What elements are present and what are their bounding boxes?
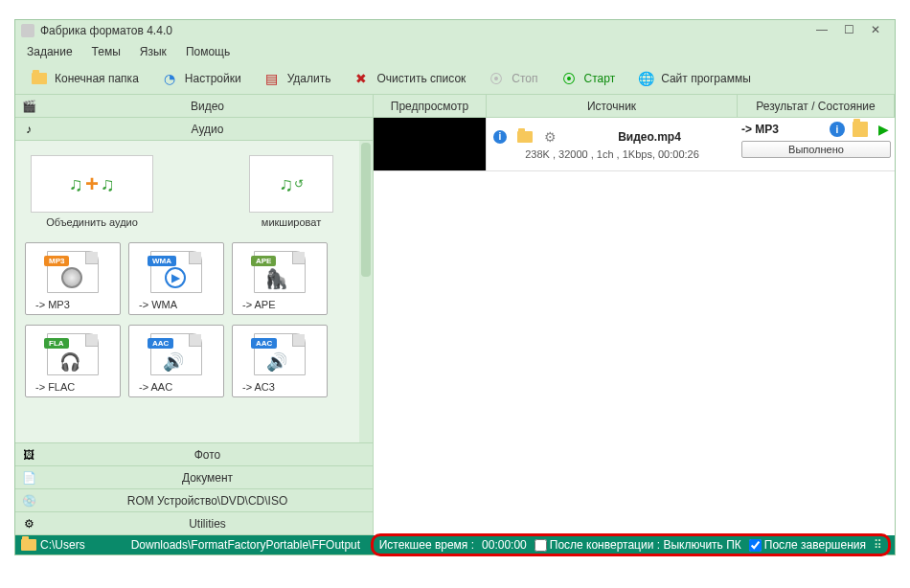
aac-badge-icon: AAC [148, 338, 173, 349]
shutdown-checkbox-input[interactable] [535, 539, 547, 552]
stop-button[interactable]: ⦿ Стоп [478, 66, 546, 91]
join-audio-icon: ♫+♫ [31, 155, 153, 213]
file-name: Видео.mp4 [567, 130, 732, 144]
category-document-label: Документ [42, 471, 373, 485]
elapsed-label: Истекшее время : [379, 538, 474, 552]
delete-label: Удалить [287, 72, 331, 85]
post-action-highlight: Истекшее время : 00:00:00 После конверта… [371, 533, 891, 556]
audio-icon: ♪ [19, 121, 38, 138]
category-utilities-label: Utilities [42, 517, 373, 531]
after-done-label: После завершения [764, 538, 866, 552]
col-preview[interactable]: Предпросмотр [374, 95, 487, 117]
category-rom[interactable]: 💿 ROM Устройство\DVD\CD\ISO [15, 489, 373, 512]
minimize-button[interactable]: — [808, 22, 835, 39]
delete-icon: ▤ [262, 69, 282, 88]
format-aac[interactable]: AAC🔊 -> AAC [128, 325, 224, 397]
after-done-checkbox-input[interactable] [749, 539, 762, 552]
ape-badge-icon: APE [251, 256, 276, 266]
preview-thumbnail[interactable] [374, 118, 487, 170]
start-button[interactable]: ⦿ Старт [551, 66, 625, 91]
status-button[interactable]: Выполнено [741, 141, 891, 158]
menu-bar: Задание Темы Язык Помощь [15, 41, 895, 62]
format-ac3[interactable]: AAC🔊 -> AC3 [232, 325, 328, 397]
col-source[interactable]: Источник [487, 95, 738, 117]
audio-grid: ♫+♫ Объединить аудио ♫↺ микшироват MP3 -… [15, 141, 373, 443]
close-button[interactable]: ✕ [862, 22, 889, 39]
file-list-panel: Предпросмотр Источник Результат / Состоя… [374, 95, 895, 535]
audio-join-label: Объединить аудио [30, 216, 154, 228]
output-folder-button[interactable]: Конечная папка [21, 66, 148, 91]
format-mp3-label: -> MP3 [30, 299, 116, 310]
category-photo[interactable]: 🖼 Фото [15, 443, 373, 466]
stop-icon: ⦿ [487, 69, 506, 88]
settings-button[interactable]: ◔ Настройки [151, 66, 250, 91]
menu-language[interactable]: Язык [132, 43, 174, 60]
format-flac-label: -> FLAC [30, 381, 116, 393]
settings-label: Настройки [185, 72, 241, 85]
format-ape[interactable]: APE🦍 -> APE [232, 242, 328, 315]
main-area: 🎬 Видео ♪ Аудио ♫+♫ Объединить аудио [15, 95, 895, 535]
folder-icon [30, 69, 49, 88]
mp3-badge-icon: MP3 [44, 256, 69, 266]
audio-join-button[interactable]: ♫+♫ Объединить аудио [25, 150, 159, 233]
result-info-icon[interactable]: i [830, 122, 845, 137]
open-folder-icon[interactable] [517, 129, 533, 145]
after-done-checkbox[interactable]: После завершения [749, 538, 866, 552]
clear-list-label: Очистить список [376, 72, 466, 85]
utilities-icon: ⚙ [19, 515, 38, 532]
result-format: -> MP3 [741, 123, 779, 136]
file-row[interactable]: i ⚙ Видео.mp4 238K , 32000 , 1ch , 1Kbps… [374, 118, 895, 171]
audio-mix-label: микшироват [248, 216, 334, 228]
category-utilities[interactable]: ⚙ Utilities [15, 512, 373, 535]
app-icon [21, 24, 34, 37]
clear-list-button[interactable]: ✖ Очистить список [343, 66, 474, 91]
ac3-badge-icon: AAC [251, 338, 277, 349]
result-folder-icon[interactable] [853, 122, 868, 137]
website-button[interactable]: 🌐 Сайт программы [627, 66, 760, 91]
format-ac3-label: -> AC3 [237, 381, 323, 393]
format-wma[interactable]: WMA▶ -> WMA [128, 242, 224, 315]
format-flac[interactable]: FLA🎧 -> FLAC [25, 325, 121, 397]
after-conversion-checkbox[interactable]: После конвертации : Выключить ПК [535, 538, 741, 552]
menu-help[interactable]: Помощь [178, 43, 238, 60]
category-audio[interactable]: ♪ Аудио [15, 118, 373, 141]
delete-button[interactable]: ▤ Удалить [254, 66, 340, 91]
category-rom-label: ROM Устройство\DVD\CD\ISO [42, 494, 373, 508]
menu-task[interactable]: Задание [19, 43, 80, 60]
category-photo-label: Фото [42, 448, 373, 462]
gear-icon[interactable]: ⚙ [542, 129, 557, 145]
scrollbar-thumb[interactable] [361, 143, 371, 277]
globe-icon: 🌐 [636, 69, 655, 88]
format-mp3[interactable]: MP3 -> MP3 [25, 242, 121, 315]
status-bar: C:\Users Downloads\FormatFactoryPortable… [15, 535, 895, 554]
category-audio-label: Аудио [42, 123, 373, 136]
vertical-scrollbar[interactable] [359, 141, 373, 442]
output-folder-label: Конечная папка [55, 72, 139, 85]
result-play-icon[interactable]: ▶ [876, 122, 891, 137]
category-video[interactable]: 🎬 Видео [15, 95, 373, 118]
stop-label: Стоп [512, 72, 537, 85]
format-wma-label: -> WMA [133, 299, 219, 310]
category-document[interactable]: 📄 Документ [15, 466, 373, 489]
after-conversion-label: После конвертации : Выключить ПК [550, 538, 741, 552]
settings-icon: ◔ [160, 69, 179, 88]
category-panel: 🎬 Видео ♪ Аудио ♫+♫ Объединить аудио [15, 95, 374, 535]
website-label: Сайт программы [661, 72, 751, 85]
elapsed-value: 00:00:00 [482, 538, 527, 552]
photo-icon: 🖼 [19, 446, 38, 464]
audio-mix-button[interactable]: ♫↺ микшироват [243, 150, 339, 233]
file-info: 238K , 32000 , 1ch , 1Kbps, 00:00:26 [492, 148, 732, 160]
toolbar: Конечная папка ◔ Настройки ▤ Удалить ✖ О… [15, 62, 895, 95]
window-title: Фабрика форматов 4.4.0 [40, 24, 808, 37]
wma-badge-icon: WMA [148, 256, 176, 266]
flac-badge-icon: FLA [44, 338, 69, 349]
path-suffix: Downloads\FormatFactoryPortable\FFOutput [131, 538, 360, 552]
menu-themes[interactable]: Темы [84, 43, 128, 60]
path-prefix: C:\Users [40, 538, 85, 552]
title-bar: Фабрика форматов 4.4.0 — ☐ ✕ [15, 20, 895, 41]
format-ape-label: -> APE [237, 299, 323, 310]
start-icon: ⦿ [559, 69, 579, 88]
col-result[interactable]: Результат / Состояние [738, 95, 895, 117]
maximize-button[interactable]: ☐ [835, 22, 862, 39]
info-icon[interactable]: i [492, 129, 508, 145]
